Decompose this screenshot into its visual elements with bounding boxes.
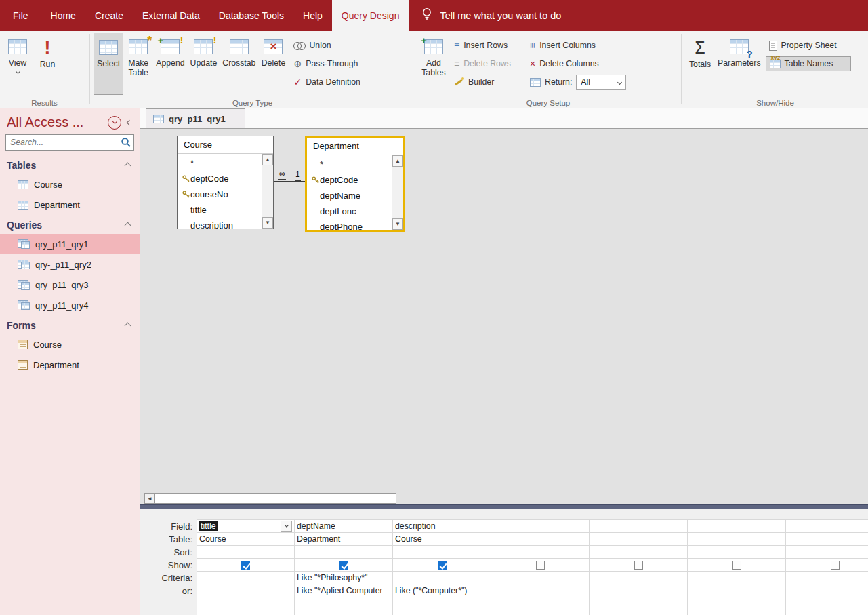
sort-cell-5[interactable]: [590, 546, 688, 559]
field-list-scrollbar[interactable]: ▲ ▼: [262, 154, 273, 229]
field-cell-7[interactable]: [786, 519, 868, 533]
table-cell-3[interactable]: Course: [393, 533, 491, 546]
field-list-course[interactable]: Course * deptCode courseNo tittle descri…: [177, 136, 274, 229]
insert-rows-button[interactable]: ≡ Insert Rows: [451, 38, 522, 53]
blank-cell[interactable]: [393, 610, 491, 615]
scroll-down-button[interactable]: ▼: [392, 218, 403, 230]
field-row-deptname[interactable]: deptName: [307, 188, 392, 203]
field-cell-4[interactable]: [491, 519, 590, 533]
nav-item-form-department[interactable]: Department: [0, 355, 140, 375]
sort-cell-4[interactable]: [491, 546, 590, 559]
scroll-track[interactable]: [262, 165, 273, 217]
field-row-courseno[interactable]: courseNo: [178, 186, 262, 202]
crosstab-button[interactable]: Crosstab: [220, 33, 258, 95]
field-dropdown-button[interactable]: [281, 521, 292, 532]
show-checkbox-5[interactable]: [634, 561, 643, 570]
table-cell-5[interactable]: [590, 533, 688, 546]
scroll-up-button[interactable]: ▲: [262, 154, 273, 165]
sort-cell-1[interactable]: [197, 546, 295, 559]
table-cell-7[interactable]: [786, 533, 868, 546]
blank-cell[interactable]: [688, 597, 786, 610]
blank-cell[interactable]: [197, 597, 295, 610]
field-list-title[interactable]: Department: [307, 138, 403, 155]
pane-splitter[interactable]: [140, 504, 868, 509]
view-button[interactable]: View: [3, 33, 33, 95]
table-cell-4[interactable]: [491, 533, 590, 546]
field-row-deptlonc[interactable]: deptLonc: [307, 203, 392, 219]
field-row-description[interactable]: description: [178, 218, 262, 229]
blank-cell[interactable]: [295, 597, 393, 610]
field-cell-2[interactable]: deptName: [295, 519, 393, 533]
show-checkbox-2[interactable]: [339, 561, 348, 570]
field-cell-1[interactable]: tittle: [197, 519, 295, 533]
table-names-button[interactable]: XYZ Table Names: [766, 56, 851, 71]
property-sheet-button[interactable]: Property Sheet: [766, 38, 851, 53]
blank-cell[interactable]: [688, 610, 786, 615]
show-checkbox-6[interactable]: [732, 561, 741, 570]
field-row-deptphone[interactable]: deptPhone: [307, 219, 392, 230]
nav-item-query-4[interactable]: qry_p11_qry4: [0, 295, 140, 315]
show-checkbox-7[interactable]: [831, 561, 840, 570]
field-row-tittle[interactable]: tittle: [178, 202, 262, 218]
or-cell-5[interactable]: [590, 584, 688, 597]
append-button[interactable]: +! Append: [153, 33, 187, 95]
show-checkbox-3[interactable]: [438, 561, 447, 570]
table-cell-2[interactable]: Department: [295, 533, 393, 546]
blank-cell[interactable]: [393, 597, 491, 610]
scroll-down-button[interactable]: ▼: [262, 217, 273, 229]
field-row-asterisk[interactable]: *: [178, 155, 262, 171]
nav-section-forms[interactable]: Forms: [0, 315, 140, 334]
criteria-cell-7[interactable]: [786, 572, 868, 584]
document-tab[interactable]: qry_p11_qry1: [146, 108, 245, 128]
sort-cell-7[interactable]: [786, 546, 868, 559]
show-checkbox-4[interactable]: [536, 561, 545, 570]
field-row-deptcode[interactable]: deptCode: [307, 172, 392, 188]
nav-item-query-2[interactable]: qry-_p11_qry2: [0, 254, 140, 275]
show-checkbox-1[interactable]: [241, 561, 250, 570]
nav-item-table-department[interactable]: Department: [0, 195, 140, 215]
nav-item-form-course[interactable]: Course: [0, 334, 140, 355]
delete-query-button[interactable]: × Delete: [258, 33, 288, 95]
sort-cell-3[interactable]: [393, 546, 491, 559]
union-button[interactable]: Union: [290, 38, 363, 53]
delete-columns-button[interactable]: × Delete Columns: [526, 56, 644, 71]
blank-cell[interactable]: [786, 597, 868, 610]
shutter-bar-button[interactable]: [127, 121, 131, 125]
blank-cell[interactable]: [491, 597, 590, 610]
criteria-cell-6[interactable]: [688, 572, 786, 584]
field-list-scrollbar[interactable]: ▲ ▼: [392, 155, 403, 230]
join-line[interactable]: [274, 181, 305, 182]
tell-me-box[interactable]: Tell me what you want to do: [409, 0, 573, 31]
criteria-cell-2[interactable]: Like "*Philosophy*": [295, 572, 393, 584]
nav-item-table-course[interactable]: Course: [0, 174, 140, 195]
or-cell-2[interactable]: Like "*Aplied Computer: [295, 584, 393, 597]
select-query-button[interactable]: Select: [94, 33, 123, 95]
totals-button[interactable]: Σ Totals: [685, 33, 715, 95]
blank-cell[interactable]: [295, 610, 393, 615]
field-cell-6[interactable]: [688, 519, 786, 533]
tab-help[interactable]: Help: [293, 0, 332, 31]
make-table-button[interactable]: * MakeTable: [123, 33, 153, 95]
run-button[interactable]: ! Run: [33, 33, 62, 95]
criteria-cell-5[interactable]: [590, 572, 688, 584]
criteria-cell-1[interactable]: [197, 572, 295, 584]
canvas-horizontal-scrollbar[interactable]: ◄: [144, 493, 396, 504]
pass-through-button[interactable]: ⊕ Pass-Through: [290, 56, 363, 71]
tab-database-tools[interactable]: Database Tools: [209, 0, 293, 31]
blank-cell[interactable]: [197, 610, 295, 615]
insert-columns-button[interactable]: ≡ Insert Columns: [526, 38, 644, 53]
or-cell-4[interactable]: [491, 584, 590, 597]
field-list-department[interactable]: Department * deptCode deptName deptLonc …: [305, 136, 405, 232]
scroll-left-button[interactable]: ◄: [144, 493, 155, 504]
nav-item-query-3[interactable]: qry_p11_qry3: [0, 275, 140, 295]
sort-cell-6[interactable]: [688, 546, 786, 559]
add-tables-button[interactable]: + AddTables: [419, 33, 449, 95]
blank-cell[interactable]: [491, 610, 590, 615]
scroll-track[interactable]: [392, 167, 403, 218]
blank-cell[interactable]: [590, 610, 688, 615]
search-icon[interactable]: [121, 137, 131, 151]
tab-external-data[interactable]: External Data: [133, 0, 209, 31]
field-list-title[interactable]: Course: [178, 136, 273, 154]
data-definition-button[interactable]: ✓ Data Definition: [290, 75, 363, 90]
nav-section-queries[interactable]: Queries: [0, 215, 140, 234]
